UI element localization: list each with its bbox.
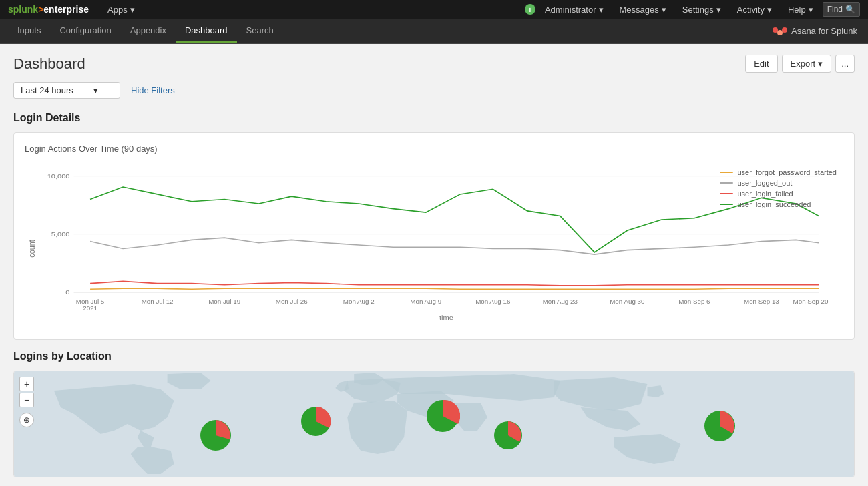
svg-text:Mon Jul 26: Mon Jul 26 [276, 299, 308, 305]
time-range-select[interactable]: Last 24 hours ▾ [13, 82, 120, 99]
svg-text:Mon Sep 13: Mon Sep 13 [744, 299, 779, 305]
compass-button[interactable]: ⊕ [19, 413, 34, 427]
activity-chevron-icon: ▾ [767, 5, 772, 15]
legend-label-failed: user_login_failed [737, 190, 793, 198]
map-controls: + − ⊕ [19, 377, 34, 427]
legend-line-forgot [720, 172, 733, 173]
logo-enterprise-text: enterprise [43, 4, 89, 15]
main-content: Dashboard Edit Export ▾ ... Last 24 hour… [0, 44, 868, 486]
tab-appendix[interactable]: Appendix [121, 19, 176, 43]
logins-by-location-title: Logins by Location [13, 350, 855, 362]
dashboard-header: Dashboard Edit Export ▾ ... [13, 55, 855, 73]
apps-label: Apps [107, 5, 128, 15]
administrator-chevron-icon: ▾ [599, 5, 604, 15]
svg-text:10,000: 10,000 [47, 173, 70, 180]
dashboard-actions: Edit Export ▾ ... [745, 55, 855, 73]
svg-text:Mon Jul 19: Mon Jul 19 [208, 299, 240, 305]
splunk-logo: splunk>enterprise [8, 4, 89, 15]
tab-search[interactable]: Search [237, 19, 283, 43]
tab-dashboard[interactable]: Dashboard [176, 19, 237, 43]
apps-chevron-icon: ▾ [130, 5, 135, 15]
asana-dots [773, 27, 787, 35]
administrator-menu[interactable]: Administrator ▾ [538, 0, 610, 19]
time-range-chevron-icon: ▾ [93, 85, 98, 95]
apps-menu[interactable]: Apps ▾ [99, 0, 143, 19]
legend-line-failed [720, 193, 733, 194]
info-icon: i [525, 4, 535, 15]
chart-legend: user_forgot_password_started user_logged… [720, 168, 837, 208]
pie-europe [300, 405, 332, 439]
legend-label-forgot: user_forgot_password_started [737, 168, 837, 176]
edit-button[interactable]: Edit [745, 55, 777, 73]
hide-filters-link[interactable]: Hide Filters [131, 85, 175, 95]
sec-nav-right: Asana for Splunk [773, 19, 860, 43]
login-actions-chart-card: Login Actions Over Time (90 days) count … [13, 132, 855, 340]
settings-label: Settings [682, 5, 714, 15]
map-card: + − ⊕ [13, 371, 855, 477]
pie-middle-east [425, 399, 460, 435]
login-details-title: Login Details [13, 112, 855, 124]
svg-text:2021: 2021 [83, 305, 97, 311]
tab-configuration[interactable]: Configuration [50, 19, 120, 43]
pie-east-asia [703, 409, 736, 445]
pie-south-america [199, 419, 232, 454]
svg-text:Mon Aug 2: Mon Aug 2 [343, 299, 375, 305]
messages-menu[interactable]: Messages ▾ [613, 0, 673, 19]
legend-label-succeeded: user_login_succeeded [737, 200, 811, 208]
messages-label: Messages [620, 5, 659, 15]
help-chevron-icon: ▾ [809, 5, 813, 15]
svg-text:Mon Jul 5: Mon Jul 5 [76, 299, 104, 305]
more-button[interactable]: ... [835, 55, 855, 73]
asana-dot-3 [782, 27, 787, 33]
svg-text:count: count [27, 239, 36, 257]
svg-text:Mon Jul 12: Mon Jul 12 [142, 299, 174, 305]
legend-login-failed: user_login_failed [720, 190, 837, 198]
legend-line-logged-out [720, 182, 733, 184]
asana-for-splunk: Asana for Splunk [773, 26, 857, 36]
legend-forgot-password: user_forgot_password_started [720, 168, 837, 176]
svg-text:Mon Sep 6: Mon Sep 6 [678, 299, 710, 305]
svg-text:time: time [439, 314, 453, 321]
svg-text:Mon Sep 20: Mon Sep 20 [793, 299, 829, 305]
svg-text:0: 0 [65, 288, 69, 295]
map-background: + − ⊕ [14, 371, 854, 477]
svg-text:5,000: 5,000 [51, 231, 70, 238]
help-menu[interactable]: Help ▾ [781, 0, 820, 19]
svg-text:Mon Aug 30: Mon Aug 30 [610, 299, 644, 305]
find-label: Find [827, 5, 843, 14]
secondary-navigation: Inputs Configuration Appendix Dashboard … [0, 19, 868, 44]
time-range-value: Last 24 hours [21, 85, 73, 95]
top-nav-right: i Administrator ▾ Messages ▾ Settings ▾ … [525, 0, 860, 19]
filter-row: Last 24 hours ▾ Hide Filters [13, 82, 855, 99]
find-box[interactable]: Find 🔍 [823, 2, 860, 17]
pie-south-asia [493, 420, 523, 453]
help-label: Help [788, 5, 806, 15]
activity-menu[interactable]: Activity ▾ [730, 0, 779, 19]
activity-label: Activity [737, 5, 765, 15]
svg-text:Mon Aug 9: Mon Aug 9 [410, 299, 441, 305]
legend-logged-out: user_logged_out [720, 179, 837, 187]
tab-inputs[interactable]: Inputs [8, 19, 50, 43]
zoom-in-button[interactable]: + [19, 377, 34, 391]
export-label: Export [791, 59, 816, 69]
asana-label: Asana for Splunk [791, 26, 857, 36]
legend-login-succeeded: user_login_succeeded [720, 200, 837, 208]
page-title: Dashboard [13, 55, 85, 73]
svg-text:Mon Aug 16: Mon Aug 16 [475, 299, 510, 305]
chart-title: Login Actions Over Time (90 days) [25, 144, 843, 154]
search-icon: 🔍 [845, 5, 855, 14]
chart-container: count 10,000 5,000 0 Mon Jul 5 2021 Mon … [25, 162, 843, 328]
logo-splunk-text: splunk [8, 4, 38, 15]
legend-label-logged-out: user_logged_out [737, 179, 792, 187]
svg-text:Mon Aug 23: Mon Aug 23 [543, 299, 578, 305]
settings-menu[interactable]: Settings ▾ [676, 0, 728, 19]
zoom-out-button[interactable]: − [19, 393, 34, 407]
settings-chevron-icon: ▾ [716, 5, 721, 15]
legend-line-succeeded [720, 204, 733, 205]
messages-chevron-icon: ▾ [662, 5, 666, 15]
administrator-label: Administrator [545, 5, 596, 15]
export-chevron-icon: ▾ [818, 59, 823, 69]
export-button[interactable]: Export ▾ [782, 55, 832, 73]
top-navigation: splunk>enterprise Apps ▾ i Administrator… [0, 0, 868, 19]
